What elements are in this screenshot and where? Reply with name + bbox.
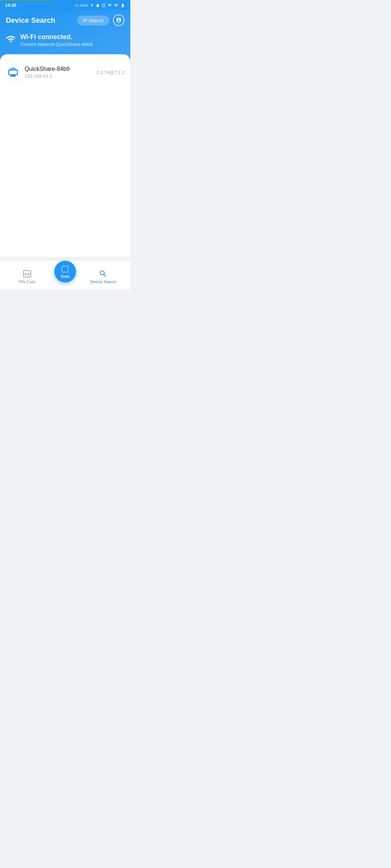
bluetooth-icon (90, 3, 94, 8)
wifi-connected-icon (6, 34, 16, 44)
signal-icon (107, 3, 112, 8)
content-card: QuickShare-84b9 192.168.43.1 2.3.74@7.1.… (0, 54, 130, 257)
status-bar: 14:30 21.2KB/s (0, 0, 130, 10)
header-actions: IP Search (77, 14, 125, 26)
device-ip: 192.168.43.1 (25, 73, 96, 79)
device-info: QuickShare-84b9 192.168.43.1 (25, 66, 96, 79)
clock-icon (101, 3, 106, 8)
settings-button[interactable] (113, 14, 125, 26)
notification-icon (96, 3, 100, 8)
pin-code-icon: ★★ (23, 269, 31, 278)
status-time: 14:30 (5, 3, 16, 8)
wifi-status-text: Wi-Fi connected. (20, 33, 92, 41)
wifi-info: Wi-Fi connected. Current Network:QuickSh… (6, 33, 125, 47)
scan-button[interactable]: Scan (54, 261, 76, 282)
router-icon (7, 67, 19, 78)
shield-icon (116, 17, 122, 23)
battery-icon (120, 3, 125, 8)
scan-fab-label: Scan (61, 275, 70, 278)
device-item[interactable]: QuickShare-84b9 192.168.43.1 2.3.74@7.1.… (6, 61, 125, 84)
status-icons: 21.2KB/s (75, 3, 125, 8)
scan-icon (60, 264, 70, 274)
page-title: Device Search (6, 16, 55, 25)
wifi-status-icon (114, 3, 119, 8)
device-icon (6, 65, 20, 80)
wifi-large-icon (6, 34, 16, 46)
pin-code-label: PIN Code (18, 280, 36, 284)
scan-fab-container: Scan (54, 261, 76, 290)
svg-text:★★: ★★ (24, 272, 30, 276)
progress-bar (0, 0, 52, 1)
device-search-nav-item[interactable]: Device Search (76, 267, 130, 284)
device-search-label: Device Search (90, 280, 116, 284)
network-speed: 21.2KB/s (75, 4, 88, 7)
ip-search-button[interactable]: IP Search (77, 16, 109, 25)
device-name: QuickShare-84b9 (25, 66, 96, 72)
network-name-text: Current Network:QuickShare-84b9 (20, 42, 92, 47)
device-version: 2.3.74@7.1.2 (96, 70, 125, 75)
pin-code-nav-item[interactable]: ★★ PIN Code (0, 267, 54, 284)
bottom-nav: ★★ PIN Code Scan Device Search (0, 260, 130, 289)
device-search-icon (99, 269, 108, 278)
wifi-text: Wi-Fi connected. Current Network:QuickSh… (20, 33, 92, 47)
header-top: Device Search IP Search (6, 14, 125, 26)
